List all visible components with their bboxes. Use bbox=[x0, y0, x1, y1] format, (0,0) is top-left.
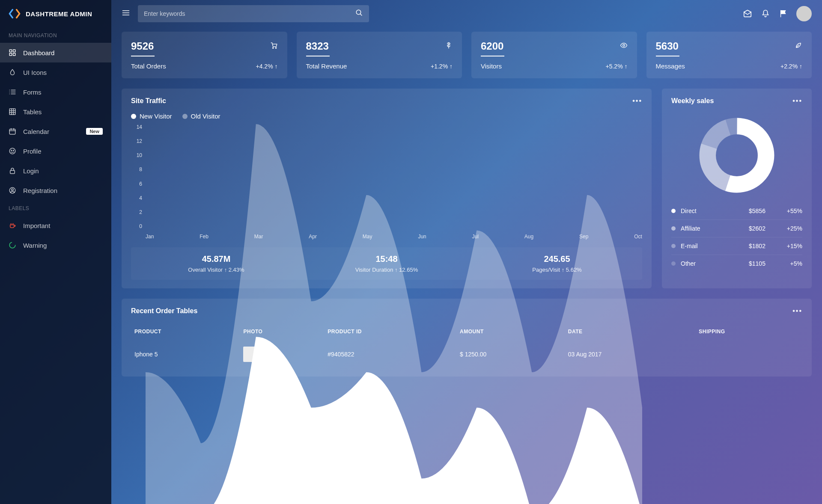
legend-old: Old Visitor bbox=[191, 113, 220, 120]
lock-icon bbox=[9, 167, 16, 175]
traffic-title: Site Traffic bbox=[131, 97, 166, 105]
sidebar-item-dashboard[interactable]: Dashboard bbox=[0, 43, 111, 62]
stat-value: 5630 bbox=[656, 40, 679, 52]
brand: DASHTREME ADMIN bbox=[0, 0, 111, 27]
sales-title: Weekly sales bbox=[671, 97, 714, 105]
svg-rect-3 bbox=[13, 53, 15, 56]
sales-delta: +55% bbox=[779, 208, 802, 214]
dashboard-icon bbox=[9, 49, 16, 56]
traffic-chart: 14121086420 JanFebMarAprMayJunJulAugSepO… bbox=[131, 124, 642, 240]
leaf-icon bbox=[795, 42, 802, 51]
sidebar-item-label: Tables bbox=[23, 108, 42, 116]
sidebar-item-label: Warning bbox=[23, 242, 47, 249]
sidebar-item-label: UI Icons bbox=[23, 69, 47, 76]
stat-delta: +1.2% ↑ bbox=[431, 63, 453, 70]
stat-label: Messages bbox=[656, 62, 685, 70]
svg-point-7 bbox=[11, 150, 12, 151]
stat-card-visitors: 6200Visitors+5.2% ↑ bbox=[471, 32, 637, 78]
menu-toggle-icon[interactable] bbox=[122, 9, 130, 19]
stat-delta: +4.2% ↑ bbox=[256, 63, 278, 70]
sidebar-item-label: Calendar bbox=[23, 128, 49, 135]
sales-amount: $1802 bbox=[749, 243, 779, 249]
svg-rect-5 bbox=[9, 129, 15, 134]
sales-name: Affiliate bbox=[681, 225, 749, 232]
grid-icon bbox=[9, 108, 16, 116]
flag-icon[interactable] bbox=[778, 9, 789, 19]
face-icon bbox=[9, 147, 16, 155]
sales-name: E-mail bbox=[681, 243, 749, 249]
sales-dot-icon bbox=[671, 261, 676, 266]
nav-header-labels: LABELS bbox=[0, 200, 111, 216]
search-input[interactable] bbox=[144, 10, 355, 17]
svg-point-12 bbox=[9, 242, 15, 248]
dollar-icon bbox=[445, 42, 453, 51]
sidebar-item-profile[interactable]: Profile bbox=[0, 141, 111, 161]
sidebar-item-label: Dashboard bbox=[23, 49, 54, 56]
sales-more-icon[interactable]: ••• bbox=[792, 97, 802, 105]
sidebar-item-label: Important bbox=[23, 222, 50, 229]
coffee-icon bbox=[9, 222, 16, 229]
spinner-icon bbox=[9, 241, 16, 249]
svg-point-20 bbox=[708, 126, 766, 184]
orders-more-icon[interactable]: ••• bbox=[792, 307, 802, 315]
svg-rect-4 bbox=[9, 109, 15, 115]
avatar[interactable] bbox=[796, 6, 812, 21]
cart-icon bbox=[270, 42, 278, 51]
sidebar-item-ui-icons[interactable]: UI Icons bbox=[0, 62, 111, 82]
sidebar-item-registration[interactable]: Registration bbox=[0, 181, 111, 200]
sidebar-label-important[interactable]: Important bbox=[0, 216, 111, 235]
mail-icon[interactable] bbox=[742, 9, 753, 19]
search-box[interactable] bbox=[138, 5, 369, 22]
stat-label: Total Revenue bbox=[306, 62, 347, 70]
sales-delta: +5% bbox=[779, 260, 802, 267]
list-icon bbox=[9, 88, 16, 96]
svg-point-14 bbox=[272, 47, 273, 48]
sales-amount: $1105 bbox=[749, 260, 779, 267]
legend-new: New Visitor bbox=[140, 113, 172, 120]
sales-dot-icon bbox=[671, 209, 676, 213]
sales-name: Other bbox=[681, 260, 749, 267]
brand-logo-icon bbox=[9, 8, 21, 20]
traffic-more-icon[interactable]: ••• bbox=[632, 97, 642, 105]
topbar bbox=[111, 0, 822, 27]
sidebar-item-login[interactable]: Login bbox=[0, 161, 111, 181]
sidebar-item-calendar[interactable]: CalendarNew bbox=[0, 122, 111, 141]
sales-row: Other$1105+5% bbox=[671, 255, 802, 272]
brand-text: DASHTREME ADMIN bbox=[26, 10, 92, 18]
stat-value: 9526 bbox=[131, 40, 154, 52]
calendar-icon bbox=[9, 127, 16, 135]
sales-amount: $5856 bbox=[749, 208, 779, 214]
sales-dot-icon bbox=[671, 226, 676, 231]
sidebar-item-tables[interactable]: Tables bbox=[0, 102, 111, 122]
sales-donut-chart bbox=[671, 113, 802, 202]
sales-dot-icon bbox=[671, 244, 676, 248]
nav-badge: New bbox=[86, 128, 103, 135]
eye-icon bbox=[620, 42, 628, 51]
stat-label: Total Orders bbox=[131, 62, 166, 70]
nav-header-main: MAIN NAVIGATION bbox=[0, 27, 111, 43]
traffic-legend: New Visitor Old Visitor bbox=[131, 113, 642, 120]
svg-rect-2 bbox=[9, 53, 12, 56]
sidebar-item-forms[interactable]: Forms bbox=[0, 82, 111, 102]
weekly-sales-panel: Weekly sales ••• Direct$5856+55%Affiliat… bbox=[662, 89, 812, 288]
stat-card-total-orders: 9526Total Orders+4.2% ↑ bbox=[122, 32, 287, 78]
svg-point-8 bbox=[13, 150, 14, 151]
droplet-icon bbox=[9, 68, 16, 76]
sales-row: Direct$5856+55% bbox=[671, 202, 802, 219]
orders-col: SHIPPING bbox=[695, 323, 802, 341]
bell-icon[interactable] bbox=[760, 9, 771, 19]
stat-delta: +2.2% ↑ bbox=[780, 63, 802, 70]
svg-rect-0 bbox=[9, 50, 12, 52]
stat-card-messages: 5630Messages+2.2% ↑ bbox=[646, 32, 812, 78]
svg-point-11 bbox=[12, 189, 14, 191]
sidebar-item-label: Profile bbox=[23, 148, 42, 155]
search-icon[interactable] bbox=[355, 9, 363, 18]
sales-delta: +15% bbox=[779, 243, 802, 249]
sidebar-item-label: Registration bbox=[23, 187, 57, 194]
sidebar-label-warning[interactable]: Warning bbox=[0, 235, 111, 255]
site-traffic-panel: Site Traffic ••• New Visitor Old Visitor… bbox=[122, 89, 652, 288]
stat-value: 6200 bbox=[481, 40, 503, 52]
stat-delta: +5.2% ↑ bbox=[606, 63, 628, 70]
user-circle-icon bbox=[9, 187, 16, 194]
stat-card-total-revenue: 8323Total Revenue+1.2% ↑ bbox=[297, 32, 462, 78]
